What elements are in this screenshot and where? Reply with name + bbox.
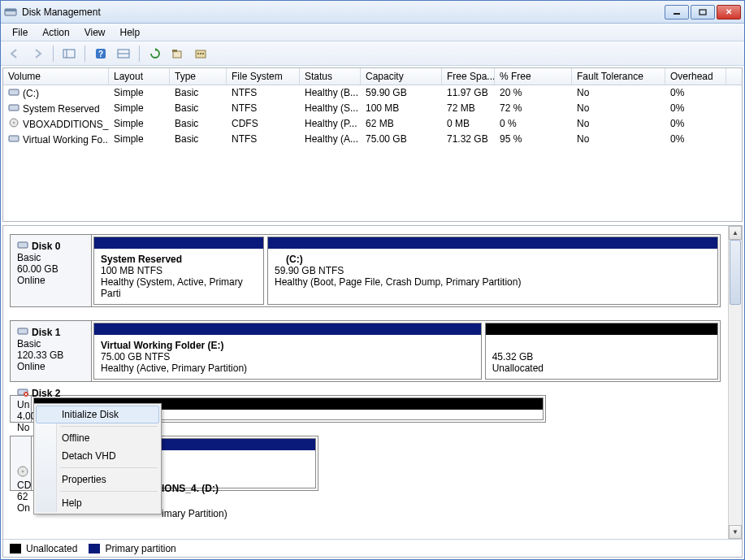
svg-rect-4 [63, 50, 75, 58]
maximize-button[interactable] [691, 5, 715, 20]
volume-name: System Reserved [23, 103, 100, 115]
partition-system-reserved[interactable]: System Reserved 100 MB NTFS Healthy (Sys… [93, 237, 264, 305]
svg-rect-3 [700, 10, 706, 15]
toolbar-separator [53, 46, 54, 62]
forward-button[interactable] [28, 45, 46, 63]
col-status[interactable]: Status [300, 68, 361, 85]
legend-swatch-unallocated [10, 544, 21, 553]
volume-row[interactable]: System ReservedSimpleBasicNTFSHealthy (S… [3, 101, 742, 116]
svg-rect-20 [9, 136, 19, 141]
volume-name: (C:) [23, 88, 39, 99]
col-capacity[interactable]: Capacity [361, 68, 442, 85]
svg-point-14 [200, 53, 201, 54]
volume-name: Virtual Working Fo... [23, 134, 109, 145]
window-frame: Disk Management ✕ File Action View Help … [0, 0, 745, 560]
volume-name: VBOXADDITIONS_... [23, 119, 109, 130]
legend-swatch-primary [89, 544, 100, 553]
cd-part-line3-overlay: imary Partition) [162, 508, 227, 519]
refresh-button[interactable] [146, 45, 164, 63]
partition-unallocated[interactable]: 45.32 GB Unallocated [485, 323, 718, 380]
svg-rect-10 [173, 51, 181, 58]
svg-rect-1 [5, 9, 16, 11]
col-pctfree[interactable]: % Free [495, 68, 572, 85]
svg-rect-16 [9, 89, 19, 95]
menubar: File Action View Help [1, 24, 744, 41]
volume-row[interactable]: (C:)SimpleBasicNTFSHealthy (B...59.90 GB… [3, 85, 742, 101]
col-fault[interactable]: Fault Tolerance [572, 68, 665, 85]
ctx-initialize-disk[interactable]: Initialize Disk [36, 406, 159, 423]
svg-rect-21 [18, 242, 28, 248]
disk-icon [17, 326, 28, 338]
menu-action[interactable]: Action [36, 25, 76, 40]
disk-block-0[interactable]: Disk 0 Basic 60.00 GB Online System Rese… [10, 234, 721, 307]
scroll-track[interactable] [729, 240, 742, 525]
titlebar[interactable]: Disk Management ✕ [1, 1, 744, 24]
scroll-down-button[interactable]: ▼ [729, 525, 742, 539]
toolbar: ? [1, 41, 744, 66]
show-hide-tree-button[interactable] [60, 45, 78, 63]
menu-file[interactable]: File [6, 25, 34, 40]
volume-icon [8, 133, 19, 145]
svg-point-15 [202, 53, 204, 54]
disk-icon [17, 240, 28, 252]
scrollbar-vertical[interactable]: ▲ ▼ [728, 226, 742, 539]
scroll-thumb[interactable] [730, 240, 741, 305]
volume-icon [8, 118, 19, 130]
ctx-detach-vhd[interactable]: Detach VHD [36, 447, 159, 465]
volume-list-header[interactable]: Volume Layout Type File System Status Ca… [3, 68, 742, 85]
partition-e[interactable]: Virtual Working Folder (E:) 75.00 GB NTF… [93, 323, 482, 380]
rescan-button[interactable] [169, 45, 187, 63]
ctx-offline[interactable]: Offline [36, 429, 159, 447]
volume-icon [8, 87, 19, 99]
close-button[interactable]: ✕ [717, 5, 741, 20]
ctx-help[interactable]: Help [36, 494, 159, 512]
action-button[interactable] [192, 45, 210, 63]
svg-text:?: ? [98, 50, 103, 59]
app-icon [4, 6, 17, 19]
toolbar-separator [84, 46, 85, 62]
menu-view[interactable]: View [78, 25, 112, 40]
volume-row[interactable]: Virtual Working Fo...SimpleBasicNTFSHeal… [3, 132, 742, 147]
cd-part-title-overlay: IONS_4. (D:) [162, 483, 219, 494]
window-title: Disk Management [22, 7, 665, 18]
volume-icon [8, 102, 19, 115]
minimize-button[interactable] [665, 5, 689, 20]
svg-rect-17 [9, 105, 19, 111]
volume-list[interactable]: Volume Layout Type File System Status Ca… [2, 67, 743, 222]
disk-info: Disk 1 Basic 120.33 GB Online [11, 321, 92, 381]
disk-warning-icon [17, 387, 28, 399]
col-layout[interactable]: Layout [109, 68, 170, 85]
cdrom-icon [17, 466, 28, 480]
ctx-properties[interactable]: Properties [36, 471, 159, 488]
legend: Unallocated Primary partition [3, 539, 742, 557]
svg-point-13 [197, 53, 199, 54]
view-settings-button[interactable] [115, 45, 132, 63]
help-toolbar-button[interactable]: ? [92, 45, 110, 63]
volume-row[interactable]: VBOXADDITIONS_...SimpleBasicCDFSHealthy … [3, 116, 742, 132]
col-overhead[interactable]: Overhead [665, 68, 726, 85]
disk-info: Disk 0 Basic 60.00 GB Online [11, 235, 92, 306]
svg-point-19 [13, 122, 15, 124]
scroll-up-button[interactable]: ▲ [729, 226, 742, 240]
partition-c[interactable]: (C:) 59.90 GB NTFS Healthy (Boot, Page F… [267, 237, 718, 305]
col-freespace[interactable]: Free Spa... [442, 68, 495, 85]
col-volume[interactable]: Volume [3, 68, 109, 85]
svg-rect-11 [172, 50, 177, 52]
cdrom-label-overlay: CD 62 On [17, 466, 31, 514]
col-type[interactable]: Type [170, 68, 227, 85]
menu-help[interactable]: Help [114, 25, 147, 40]
toolbar-separator [139, 46, 140, 62]
context-menu: Initialize Disk Offline Detach VHD Prope… [33, 403, 162, 514]
svg-rect-22 [18, 328, 28, 334]
back-button[interactable] [6, 45, 24, 63]
svg-point-26 [22, 471, 24, 473]
disk-block-1[interactable]: Disk 1 Basic 120.33 GB Online Virtual Wo… [10, 320, 721, 382]
col-filesystem[interactable]: File System [227, 68, 300, 85]
